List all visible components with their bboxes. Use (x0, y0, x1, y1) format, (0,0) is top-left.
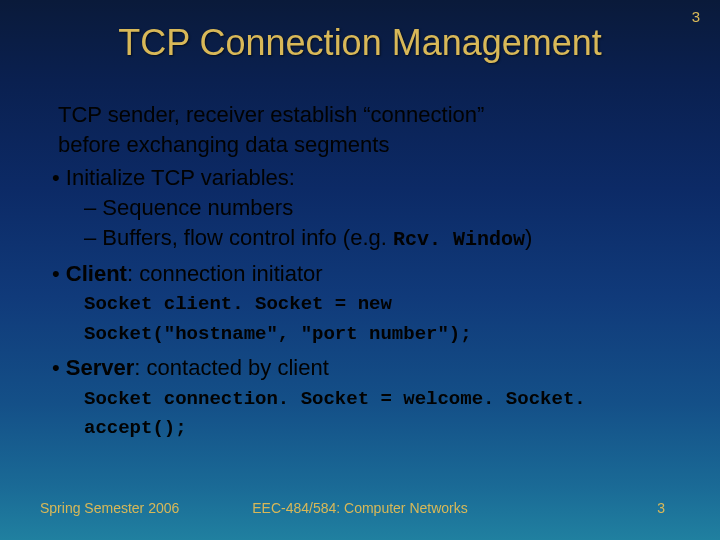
intro-line-1: TCP sender, receiver establish “connecti… (58, 102, 484, 127)
footer-center: EEC-484/584: Computer Networks (0, 500, 720, 516)
code-client-l2: Socket("hostname", "port number"); (84, 323, 472, 345)
slide-title: TCP Connection Management (0, 0, 720, 64)
footer: Spring Semester 2006 EEC-484/584: Comput… (0, 500, 720, 520)
dash-buffers-pre: – Buffers, flow control info (e.g. (84, 225, 393, 250)
dash-buffers: – Buffers, flow control info (e.g. Rcv. … (84, 223, 696, 253)
bullet-server-post: : contacted by client (134, 355, 328, 380)
bullet-server: • Server: contacted by client (52, 353, 696, 383)
bullet-server-pre: • (52, 355, 66, 380)
code-client-l1: Socket client. Socket = new (84, 293, 392, 315)
rcv-window-code: Rcv. Window (393, 228, 525, 251)
bullet-client-post: : connection initiator (127, 261, 323, 286)
code-server-l1: Socket connection. Socket = welcome. Soc… (84, 388, 586, 439)
slide-content: TCP sender, receiver establish “connecti… (48, 100, 696, 446)
client-label: Client (66, 261, 127, 286)
server-label: Server (66, 355, 135, 380)
code-client-socket: Socket client. Socket = new Socket("host… (84, 290, 696, 349)
intro-line-2: before exchanging data segments (58, 132, 389, 157)
dash-seq-numbers: – Sequence numbers (84, 193, 696, 223)
intro-text: TCP sender, receiver establish “connecti… (58, 100, 696, 159)
slide: 3 TCP Connection Management TCP sender, … (0, 0, 720, 540)
bullet-client: • Client: connection initiator (52, 259, 696, 289)
bullet-init-vars: • Initialize TCP variables: (52, 163, 696, 193)
page-num-top: 3 (692, 8, 700, 25)
bullet-client-pre: • (52, 261, 66, 286)
code-server-socket: Socket connection. Socket = welcome. Soc… (84, 385, 696, 444)
dash-buffers-post: ) (525, 225, 532, 250)
footer-right: 3 (657, 500, 665, 516)
